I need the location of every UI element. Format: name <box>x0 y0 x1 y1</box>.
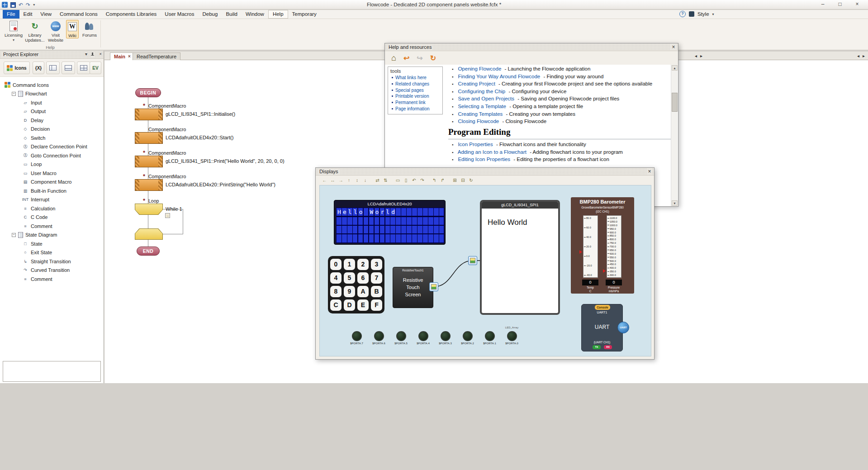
tree-group-flowchart[interactable]: − Flowchart <box>0 90 104 99</box>
close-icon[interactable]: × <box>646 168 653 175</box>
collapse-icon[interactable]: − <box>12 92 16 96</box>
keypad-key[interactable]: 2 <box>357 259 369 270</box>
tree-item[interactable]: ○ Exit State <box>0 248 104 257</box>
tools-link[interactable]: What links here <box>388 75 442 81</box>
resistive-touch-component[interactable]: ResistiveTouch1 Resistive Touch Screen <box>393 267 433 308</box>
library-updates-button[interactable]: ↻ Library Updates... <box>24 20 45 43</box>
glcd-display[interactable]: gLCD_ILI9341_SPI1 Hello World <box>480 200 560 315</box>
insert-point-icon[interactable]: → <box>165 213 170 218</box>
distribute-horizontal-icon[interactable]: ⇄ <box>374 177 381 184</box>
panel-layout-1-button[interactable] <box>46 62 60 74</box>
same-width-icon[interactable]: ▭ <box>394 177 401 184</box>
style-button[interactable]: Style <box>697 11 709 17</box>
tree-item[interactable]: ▥ Built-in Function <box>0 186 104 195</box>
tree-item[interactable]: ▱ Output <box>0 107 104 116</box>
forums-button[interactable]: Forums <box>81 20 99 38</box>
scrollbar[interactable]: ▲ ▼ <box>671 65 678 206</box>
tree-item[interactable]: Ⓐ Declare Connection Point <box>0 142 104 152</box>
menu-item[interactable]: Components Libraries <box>102 10 161 19</box>
led[interactable]: $PORTA.0 <box>501 331 523 345</box>
bring-to-front-icon[interactable]: ⊞ <box>451 177 458 184</box>
scroll-down-icon[interactable]: ▼ <box>672 200 678 206</box>
scrollbar-thumb[interactable] <box>672 93 678 112</box>
flip-vertical-icon[interactable]: ↱ <box>439 177 446 184</box>
tree-item[interactable]: ▭ Loop <box>0 160 104 169</box>
align-right-icon[interactable]: → <box>337 177 344 184</box>
uart-component[interactable]: Console UART1 UART UART (UART CH1) TX RX <box>581 304 623 351</box>
tree-item[interactable]: C C Code <box>0 213 104 222</box>
help-link[interactable]: Creating Templates <box>458 111 503 117</box>
help-link[interactable]: Editing Icon Properties <box>458 157 510 162</box>
tree-item[interactable]: ↷ Curved Transition <box>0 266 104 275</box>
flip-horizontal-icon[interactable]: ↰ <box>431 177 438 184</box>
menu-item[interactable]: Command Icons <box>56 10 102 19</box>
component-macro-block[interactable] <box>135 132 163 144</box>
tree-root-command-icons[interactable]: Command Icons <box>0 81 104 90</box>
refresh-icon[interactable]: ↻ <box>430 54 436 62</box>
menu-item[interactable]: User Macros <box>161 10 198 19</box>
icons-dropdown-button[interactable]: Icons <box>4 62 30 74</box>
tree-item[interactable]: D Delay <box>0 116 104 125</box>
ev-button[interactable]: EV <box>90 62 101 74</box>
keypad-key[interactable]: 5 <box>344 272 355 284</box>
close-icon[interactable]: × <box>128 54 131 60</box>
maximize-button[interactable]: □ <box>832 0 848 9</box>
led[interactable]: $PORTA.4 <box>412 331 434 345</box>
loop-start-block[interactable] <box>135 204 163 215</box>
lcd-display[interactable]: LCDAdafruitOLED4x20 Hello World <box>334 200 446 245</box>
send-to-back-icon[interactable]: ⊟ <box>460 177 466 184</box>
tree-item[interactable]: □ State <box>0 239 104 248</box>
distribute-vertical-icon[interactable]: ⇅ <box>382 177 389 184</box>
keypad-key[interactable]: 6 <box>357 272 369 284</box>
keypad-key[interactable]: 9 <box>344 286 355 297</box>
rotate-right-icon[interactable]: ↷ <box>419 177 426 184</box>
keypad-key[interactable]: C <box>330 299 342 311</box>
tree-item[interactable]: ↳ Straight Transition <box>0 257 104 266</box>
rotate-left-icon[interactable]: ↶ <box>411 177 417 184</box>
tree-item[interactable]: ≡ Comment <box>0 275 104 284</box>
help-link[interactable]: Finding Your Way Around Flowcode <box>458 74 540 79</box>
tree-item[interactable]: ≡ Comment <box>0 222 104 231</box>
help-link[interactable]: Creating Project <box>458 81 495 86</box>
project-explorer-header[interactable]: Project Explorer ▾ × <box>0 51 104 59</box>
menu-item[interactable]: Edit <box>19 10 37 19</box>
help-link[interactable]: Closing Flowcode <box>458 119 499 124</box>
keypad-key[interactable]: 0 <box>330 259 342 270</box>
menu-item[interactable]: Temporary <box>288 10 321 19</box>
help-link[interactable]: Selecting a Template <box>458 104 506 109</box>
minimize-button[interactable]: – <box>815 0 830 9</box>
visit-website-button[interactable]: www Visit Website <box>46 20 65 43</box>
help-link[interactable]: Icon Properties <box>458 142 493 147</box>
menu-item[interactable]: Debug <box>199 10 222 19</box>
help-window-titlebar[interactable]: Help and resources × <box>385 43 678 51</box>
uart-port-icon[interactable]: UART <box>617 322 629 333</box>
menu-item[interactable]: Window <box>242 10 268 19</box>
menu-item[interactable]: View <box>36 10 56 19</box>
tree-item[interactable]: ◇ Decision <box>0 125 104 134</box>
tools-link[interactable]: Special pages <box>388 87 442 94</box>
pin-icon[interactable] <box>90 52 95 57</box>
reset-view-icon[interactable]: ↻ <box>468 177 474 184</box>
menu-item[interactable]: Build <box>222 10 242 19</box>
end-node[interactable]: END <box>137 247 160 256</box>
tab-readtemperature[interactable]: ReadTemperature <box>133 52 180 60</box>
keypad-key[interactable]: 8 <box>330 286 342 297</box>
tree-item[interactable]: INT Interrupt <box>0 195 104 204</box>
keypad-key[interactable]: D <box>344 299 355 311</box>
help-link[interactable]: Save and Open Projects <box>458 96 514 101</box>
display-connector-icon[interactable] <box>468 256 477 265</box>
begin-node[interactable]: BEGIN <box>135 88 161 97</box>
component-macro-block[interactable] <box>135 109 163 120</box>
tree-item[interactable]: Ⓐ Goto Connection Point <box>0 151 104 160</box>
align-center-horizontal-icon[interactable]: ↔ <box>329 177 336 184</box>
menu-item[interactable]: File <box>3 10 19 19</box>
barometer-component[interactable]: BMP280 Barometer GroveBarometerSensorBMP… <box>571 197 634 294</box>
align-bottom-icon[interactable]: ↓ <box>362 177 369 184</box>
align-top-icon[interactable]: ↑ <box>346 177 352 184</box>
align-left-icon[interactable]: ← <box>321 177 328 184</box>
tab-scroll-right-icon[interactable]: ▸ <box>700 53 702 58</box>
led[interactable]: $PORTA.5 <box>390 331 412 345</box>
led[interactable]: $PORTA.6 <box>368 331 390 345</box>
led[interactable]: $PORTA.3 <box>434 331 456 345</box>
help-link[interactable]: Adding an Icon to a Flowchart <box>458 149 526 155</box>
